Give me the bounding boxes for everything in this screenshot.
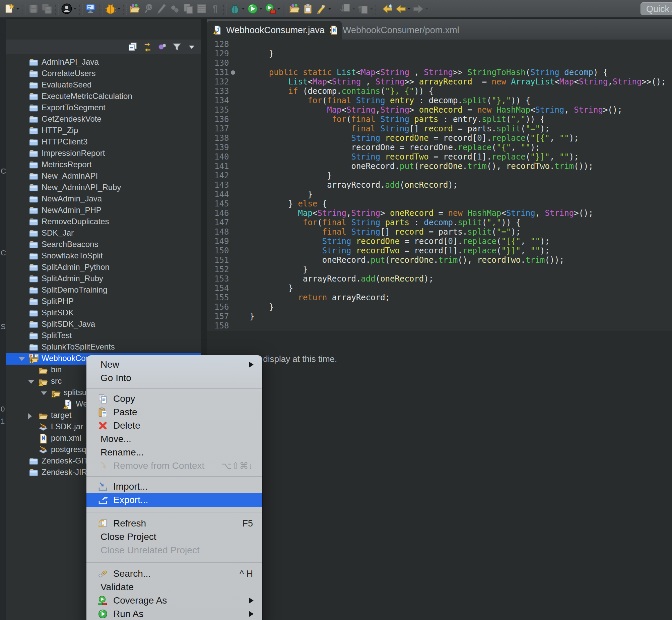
code-text: public static List<Map<String , String>>… xyxy=(249,68,608,77)
context-menu: NewGo IntoCopyPasteDeleteMove...Rename..… xyxy=(87,355,262,620)
tree-item-splittest[interactable]: SplitTest xyxy=(6,330,201,342)
debug-button[interactable] xyxy=(228,1,246,16)
tree-item-adminapi-java[interactable]: AdminAPI_Java xyxy=(6,57,201,68)
filter-icon[interactable] xyxy=(172,42,182,52)
tree-item-splitdemotraining[interactable]: SplitDemoTraining xyxy=(6,285,201,296)
view-menu-icon[interactable] xyxy=(186,42,197,52)
clipboard-button[interactable] xyxy=(301,1,315,16)
tree-item-http-zip[interactable]: HTTP_Zip xyxy=(6,125,201,137)
tree-item-splitadmin-ruby[interactable]: SplitAdmin_Ruby xyxy=(6,273,201,285)
menu-item-copy[interactable]: Copy xyxy=(87,392,262,406)
tree-item-label: pom.xml xyxy=(51,433,81,443)
dropdown-chevron-icon[interactable] xyxy=(259,8,263,10)
dropdown-chevron-icon[interactable] xyxy=(16,8,19,10)
menu-item-rename[interactable]: Rename... xyxy=(87,446,262,459)
tree-item-newadmin-php[interactable]: NewAdmin_PHP xyxy=(6,205,201,216)
tree-item-evaluateseed[interactable]: EvaluateSeed xyxy=(6,80,201,91)
tree-item-correlateusers[interactable]: CorrelateUsers xyxy=(6,68,201,80)
menu-item-label: Remove from Context xyxy=(113,461,204,471)
tree-item-sdk-jar[interactable]: SDK_Jar xyxy=(6,228,201,239)
menu-item-close-unrelated-project: Close Unrelated Project xyxy=(87,544,262,557)
tree-item-newadmin-java[interactable]: NewAdmin_Java xyxy=(6,194,201,205)
prev-annotation-icon xyxy=(357,3,369,14)
code-text: oneRecord.put(recordOne.trim(), recordTw… xyxy=(249,161,593,171)
tree-item-new-adminapi[interactable]: New_AdminAPI xyxy=(6,171,201,182)
tree-item-removeduplicates[interactable]: RemoveDuplicates xyxy=(6,216,201,228)
svg-text:M: M xyxy=(42,436,45,442)
tree-item-getzendeskvote[interactable]: GetZendeskVote xyxy=(6,114,201,125)
code-editor[interactable]: 128129 }130131 public static List<Map<St… xyxy=(207,40,672,331)
tree-item-splitadmin-python[interactable]: SplitAdmin_Python xyxy=(6,262,201,273)
fold-marker-icon[interactable] xyxy=(231,70,235,75)
pen-button[interactable] xyxy=(315,1,332,16)
dropdown-chevron-icon[interactable] xyxy=(370,8,373,10)
menu-item-coverage-as[interactable]: Coverage As xyxy=(87,594,262,607)
menu-item-refresh[interactable]: RefreshF5 xyxy=(87,517,262,530)
dropdown-chevron-icon[interactable] xyxy=(277,8,280,10)
tree-item-searchbeacons[interactable]: SearchBeacons xyxy=(6,239,201,251)
tree-item-splitsdk[interactable]: SplitSDK xyxy=(6,308,201,319)
menu-item-import[interactable]: Import... xyxy=(87,480,262,493)
dropdown-chevron-icon[interactable] xyxy=(73,8,77,10)
dropdown-chevron-icon[interactable] xyxy=(117,8,121,10)
line-number: 133 xyxy=(214,87,229,96)
menu-item-run-as[interactable]: Run As xyxy=(87,607,262,620)
tab-webhookconsumer-pom-xml[interactable]: MWebhookConsumer/pom.xml xyxy=(323,21,465,40)
bug-orange-button[interactable] xyxy=(104,1,122,16)
collapse-all-icon[interactable] xyxy=(128,42,138,52)
explorer-toolbar xyxy=(6,40,201,54)
tree-item-impressionreport[interactable]: ImpressionReport xyxy=(6,148,201,159)
code-line-132: 132 List<Map<String , String>> arrayReco… xyxy=(207,77,672,87)
dropdown-chevron-icon[interactable] xyxy=(241,8,245,10)
console-view-button[interactable] xyxy=(84,1,98,16)
profile-run-button[interactable] xyxy=(264,1,281,16)
dropdown-chevron-icon[interactable] xyxy=(328,8,331,10)
dropdown-chevron-icon[interactable] xyxy=(352,8,355,10)
menu-item-search[interactable]: Search...^ H xyxy=(87,567,262,580)
menu-item-delete[interactable]: Delete xyxy=(87,419,262,432)
line-number: 151 xyxy=(214,255,229,265)
dropdown-chevron-icon[interactable] xyxy=(425,8,429,10)
tree-item-splitphp[interactable]: SplitPHP xyxy=(6,296,201,308)
tree-item-exporttosegment[interactable]: ExportToSegment xyxy=(6,103,201,114)
line-number: 152 xyxy=(214,265,229,274)
menu-item-new[interactable]: New xyxy=(87,358,262,371)
last-edit-button[interactable] xyxy=(381,1,394,16)
menu-item-paste[interactable]: Paste xyxy=(87,406,262,419)
expand-arrow-icon[interactable] xyxy=(28,413,32,419)
tree-item-label: SnowflakeToSplit xyxy=(42,251,103,260)
run-button[interactable] xyxy=(246,1,264,16)
collapse-arrow-icon[interactable] xyxy=(41,392,47,395)
tree-item-new-adminapi-ruby[interactable]: New_AdminAPI_Ruby xyxy=(6,182,201,194)
tree-item-metricsreport[interactable]: MetricsReport xyxy=(6,159,201,171)
organize-imports-icon xyxy=(169,3,180,14)
collapse-arrow-icon[interactable] xyxy=(28,380,34,384)
tree-item-snowflaketosplit[interactable]: SnowflakeToSplit xyxy=(6,251,201,262)
jar-file-icon xyxy=(38,422,48,432)
link-editor-icon[interactable] xyxy=(143,42,153,52)
menu-item-validate[interactable]: Validate xyxy=(87,580,262,594)
menu-item-move[interactable]: Move... xyxy=(87,432,262,446)
back-button[interactable] xyxy=(394,1,412,16)
menu-item-export[interactable]: Export... xyxy=(87,493,262,507)
tree-item-splunktosplitevents[interactable]: SplunkToSplitEvents xyxy=(6,342,201,353)
new-wizard-button[interactable] xyxy=(3,1,20,16)
quick-access-input[interactable]: Quick Access xyxy=(640,2,672,15)
open-type-button[interactable] xyxy=(288,1,301,16)
collapse-arrow-icon[interactable] xyxy=(19,357,25,361)
profile-button[interactable] xyxy=(60,1,78,16)
coverage-icon xyxy=(98,596,108,606)
tab-webhookconsumer-java[interactable]: JWebhookConsumer.java xyxy=(207,21,342,40)
tree-item-httpclient3[interactable]: HTTPClient3 xyxy=(6,137,201,148)
menu-item-go-into[interactable]: Go Into xyxy=(87,371,262,385)
tree-item-splitsdk-java[interactable]: SplitSDK_Java xyxy=(6,319,201,330)
tree-item-label: New_AdminAPI_Ruby xyxy=(42,183,121,192)
focus-task-icon[interactable] xyxy=(157,42,167,52)
tree-item-executemetriccalculation[interactable]: ExecuteMetricCalculation xyxy=(6,91,201,103)
toolbar-separator xyxy=(123,3,127,15)
open-resource-button[interactable] xyxy=(128,1,142,16)
menu-item-close-project[interactable]: Close Project xyxy=(87,530,262,544)
dropdown-chevron-icon[interactable] xyxy=(407,8,411,10)
toolbar-separator xyxy=(223,3,227,15)
folder-closed-icon xyxy=(29,92,39,102)
